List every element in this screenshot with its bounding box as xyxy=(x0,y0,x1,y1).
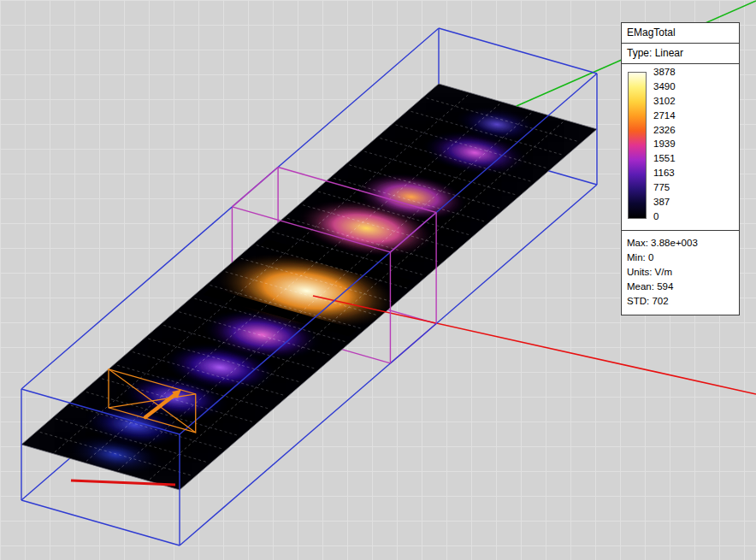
waveguide-edge xyxy=(439,28,597,74)
stat-line: Mean: 594 xyxy=(627,280,734,294)
stat-line: Min: 0 xyxy=(627,251,734,265)
scale-value: 3490 xyxy=(653,82,676,91)
mesh-line xyxy=(118,112,532,470)
stat-line: STD: 702 xyxy=(627,294,734,309)
scale-value: 3102 xyxy=(653,97,676,106)
colorbar xyxy=(628,72,647,219)
scale-value: 775 xyxy=(653,183,676,192)
scale-value: 1939 xyxy=(653,139,676,149)
scale-value: 3878 xyxy=(653,68,676,77)
scale-value: 1551 xyxy=(653,154,676,163)
scale-value: 2326 xyxy=(653,126,676,135)
scale-value: 1163 xyxy=(653,168,676,178)
scale-value: 0 xyxy=(653,212,676,221)
legend-scale: 387834903102271423261939155111637753870 xyxy=(622,64,739,231)
legend-type: Type: Linear xyxy=(622,44,739,64)
legend-title: EMagTotal xyxy=(622,23,739,44)
viewport-3d[interactable]: EMagTotal Type: Linear 38783490310227142… xyxy=(0,0,756,560)
scale-value: 2714 xyxy=(653,111,676,121)
stat-line: Units: V/m xyxy=(627,265,734,280)
field-plane[interactable] xyxy=(21,84,597,490)
legend-stats: Max: 3.88e+003Min: 0Units: V/mMean: 594S… xyxy=(622,231,739,315)
inner-box-edge xyxy=(232,167,278,206)
mesh-line xyxy=(86,103,500,462)
scale-value: 387 xyxy=(653,197,676,207)
waveguide-edge xyxy=(21,500,180,545)
field-legend: EMagTotal Type: Linear 38783490310227142… xyxy=(621,22,740,315)
colorbar-labels: 387834903102271423261939155111637753870 xyxy=(653,68,676,221)
stat-line: Max: 3.88e+003 xyxy=(627,236,734,251)
